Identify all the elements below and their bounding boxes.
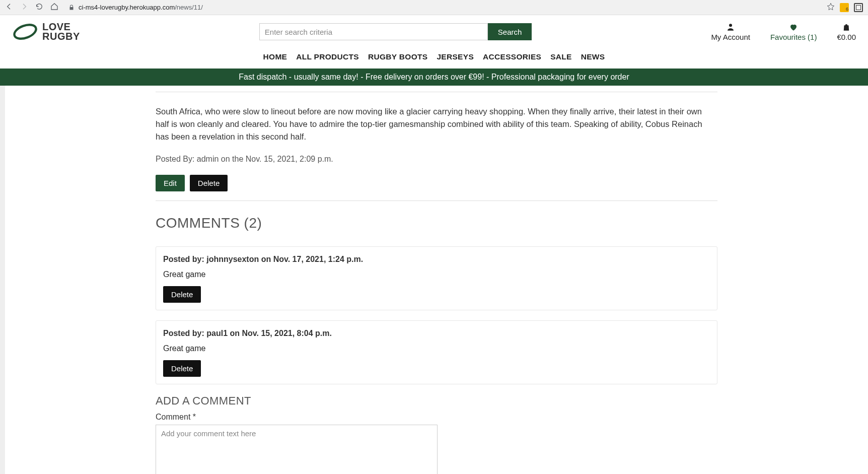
svg-point-0 xyxy=(13,23,38,41)
delete-article-button[interactable]: Delete xyxy=(190,175,228,191)
forward-icon[interactable] xyxy=(20,3,28,13)
search-button[interactable]: Search xyxy=(488,23,532,40)
url-text: ci-ms4-loverugby.herokuapp.com/news/11/ xyxy=(79,4,203,11)
favourites-label: Favourites (1) xyxy=(770,33,817,41)
main-nav: HOME ALL PRODUCTS RUGBY BOOTS JERSEYS AC… xyxy=(0,43,868,69)
comment-text: Great game xyxy=(163,270,710,279)
rugby-ball-icon xyxy=(12,23,38,41)
my-account-link[interactable]: My Account xyxy=(711,23,750,41)
divider xyxy=(156,92,717,92)
comments-heading: COMMENTS (2) xyxy=(156,215,717,231)
side-sliver xyxy=(0,86,5,474)
comment-text: Great game xyxy=(163,344,710,353)
search-input[interactable] xyxy=(259,23,488,40)
cart-total: €0.00 xyxy=(837,33,856,41)
comment-card: Posted by: paul1 on Nov. 15, 2021, 8:04 … xyxy=(156,320,717,384)
site-header: LOVE RUGBY Search My Account Favourites … xyxy=(0,15,868,43)
comment-meta: Posted by: paul1 on Nov. 15, 2021, 8:04 … xyxy=(163,329,710,338)
nav-sale[interactable]: SALE xyxy=(550,52,572,61)
add-comment-heading: ADD A COMMENT xyxy=(156,394,717,408)
divider xyxy=(156,200,717,201)
nav-jerseys[interactable]: JERSEYS xyxy=(437,52,474,61)
edit-button[interactable]: Edit xyxy=(156,175,185,191)
logo[interactable]: LOVE RUGBY xyxy=(12,22,80,41)
comment-meta: Posted by: johnnysexton on Nov. 17, 2021… xyxy=(163,255,710,264)
nav-all-products[interactable]: ALL PRODUCTS xyxy=(296,52,359,61)
article-body: South Africa, who were slow to lineout b… xyxy=(156,105,717,143)
nav-home[interactable]: HOME xyxy=(263,52,287,61)
search-form: Search xyxy=(259,23,532,40)
heart-icon xyxy=(789,23,798,32)
reload-icon[interactable] xyxy=(35,3,43,13)
star-icon[interactable] xyxy=(827,3,835,13)
comment-textarea[interactable] xyxy=(156,425,438,474)
comment-card: Posted by: johnnysexton on Nov. 17, 2021… xyxy=(156,246,717,310)
browser-toolbar: ci-ms4-loverugby.herokuapp.com/news/11/ … xyxy=(0,0,868,15)
back-icon[interactable] xyxy=(5,3,13,13)
home-icon[interactable] xyxy=(50,3,58,13)
svg-point-1 xyxy=(729,24,732,27)
extension-icon[interactable]: 6 xyxy=(840,3,849,12)
cart-link[interactable]: €0.00 xyxy=(837,23,856,41)
comment-field-label: Comment * xyxy=(156,413,717,422)
user-icon xyxy=(726,23,735,32)
bag-icon xyxy=(842,23,851,32)
logo-text: LOVE RUGBY xyxy=(42,22,80,41)
delete-comment-button[interactable]: Delete xyxy=(163,286,201,303)
promo-banner: Fast dispatch - usually same day! - Free… xyxy=(0,69,868,86)
address-bar[interactable]: ci-ms4-loverugby.herokuapp.com/news/11/ xyxy=(65,4,820,11)
my-account-label: My Account xyxy=(711,33,750,41)
extension2-icon[interactable] xyxy=(854,3,863,12)
article-meta: Posted By: admin on the Nov. 15, 2021, 2… xyxy=(156,155,717,164)
nav-rugby-boots[interactable]: RUGBY BOOTS xyxy=(368,52,427,61)
lock-icon xyxy=(68,5,75,11)
nav-news[interactable]: NEWS xyxy=(581,52,605,61)
delete-comment-button[interactable]: Delete xyxy=(163,360,201,377)
favourites-link[interactable]: Favourites (1) xyxy=(770,23,817,41)
nav-accessories[interactable]: ACCESSORIES xyxy=(483,52,541,61)
